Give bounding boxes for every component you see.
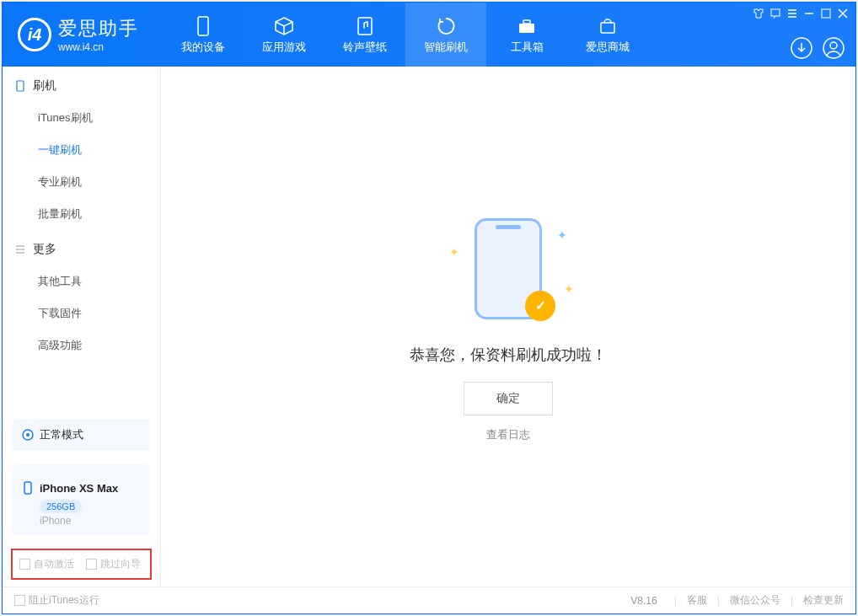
store-icon — [597, 15, 619, 37]
version-label: V8.16 — [630, 595, 657, 607]
body: 刷机 iTunes刷机 一键刷机 专业刷机 批量刷机 更多 其他工具 下载固件 … — [3, 67, 855, 587]
device-name: iPhone XS Max — [40, 482, 118, 495]
wechat-link[interactable]: 微信公众号 — [730, 593, 780, 608]
device-panel: iPhone XS Max 256GB iPhone — [13, 464, 150, 535]
sidebar: 刷机 iTunes刷机 一键刷机 专业刷机 批量刷机 更多 其他工具 下载固件 … — [3, 67, 161, 587]
svg-rect-13 — [24, 482, 31, 494]
support-link[interactable]: 客服 — [687, 593, 707, 608]
svg-rect-5 — [771, 9, 780, 16]
tab-toolbox[interactable]: 工具箱 — [486, 3, 567, 67]
toolbox-icon — [516, 15, 538, 37]
device-type: iPhone — [40, 515, 142, 527]
feedback-icon[interactable] — [770, 8, 781, 19]
close-icon[interactable] — [837, 8, 849, 19]
ok-button[interactable]: 确定 — [464, 382, 553, 415]
sidebar-item-advanced[interactable]: 高级功能 — [3, 329, 160, 362]
view-log-link[interactable]: 查看日志 — [486, 427, 530, 442]
device-icon — [192, 15, 214, 37]
phone-small-icon — [14, 80, 26, 92]
main-content: ✓ ✦ ✦ ✦ 恭喜您，保资料刷机成功啦！ 确定 查看日志 — [161, 67, 855, 587]
svg-point-9 — [830, 42, 837, 49]
sparkle-icon: ✦ — [564, 282, 574, 296]
device-row: iPhone XS Max — [21, 481, 142, 495]
svg-rect-4 — [601, 23, 614, 33]
tab-store[interactable]: 爱思商城 — [567, 3, 648, 67]
logo: i4 爱思助手 www.i4.cn — [3, 16, 154, 53]
device-icon-small — [21, 481, 35, 495]
sidebar-item-oneclick[interactable]: 一键刷机 — [3, 134, 160, 166]
tab-label: 爱思商城 — [586, 40, 630, 55]
check-badge-icon: ✓ — [525, 291, 555, 321]
sparkle-icon: ✦ — [449, 245, 459, 259]
tab-ringtone-wallpaper[interactable]: 铃声壁纸 — [324, 3, 405, 67]
mode-row: 正常模式 — [21, 427, 142, 442]
success-message: 恭喜您，保资料刷机成功啦！ — [410, 345, 607, 365]
list-icon — [14, 244, 26, 255]
mode-icon — [21, 428, 35, 442]
sidebar-item-itunes[interactable]: iTunes刷机 — [3, 102, 160, 134]
user-icon[interactable] — [822, 36, 845, 60]
tab-label: 智能刷机 — [424, 40, 468, 55]
storage-pill: 256GB — [40, 500, 82, 513]
tab-label: 工具箱 — [511, 40, 544, 55]
tab-label: 应用游戏 — [262, 40, 306, 55]
tab-smart-flash[interactable]: 智能刷机 — [405, 3, 486, 67]
logo-text: 爱思助手 www.i4.cn — [58, 16, 139, 53]
app-title: 爱思助手 — [58, 16, 139, 41]
sidebar-item-download-fw[interactable]: 下载固件 — [3, 297, 160, 329]
menu-icon[interactable] — [786, 8, 798, 19]
nav-tabs: 我的设备 应用游戏 铃声壁纸 智能刷机 工具箱 爱思商城 — [163, 3, 648, 67]
checkbox-block-itunes[interactable]: 阻止iTunes运行 — [14, 593, 99, 608]
download-icon[interactable] — [790, 36, 813, 60]
sidebar-item-pro[interactable]: 专业刷机 — [3, 166, 160, 198]
maximize-icon[interactable] — [820, 8, 832, 19]
svg-rect-2 — [519, 24, 534, 33]
header: i4 爱思助手 www.i4.cn 我的设备 应用游戏 铃声壁纸 智能刷机 — [3, 3, 855, 67]
flash-icon — [435, 15, 457, 37]
window-controls — [753, 8, 849, 19]
sidebar-item-batch[interactable]: 批量刷机 — [3, 198, 160, 230]
cube-icon — [273, 15, 295, 37]
music-icon — [354, 15, 376, 37]
tab-label: 铃声壁纸 — [343, 40, 387, 55]
status-bar: 阻止iTunes运行 V8.16 | 客服 | 微信公众号 | 检查更新 — [3, 587, 855, 613]
logo-icon: i4 — [18, 18, 51, 51]
sidebar-group-flash: 刷机 — [3, 67, 160, 102]
success-illustration: ✓ ✦ ✦ ✦ — [432, 212, 584, 329]
svg-rect-0 — [198, 17, 208, 35]
checkbox-auto-activate[interactable]: 自动激活 — [19, 557, 74, 571]
sidebar-group-more: 更多 — [3, 230, 160, 265]
tab-my-device[interactable]: 我的设备 — [163, 3, 244, 67]
app-url: www.i4.cn — [58, 41, 139, 53]
mode-label: 正常模式 — [40, 427, 83, 442]
svg-rect-6 — [822, 9, 830, 18]
header-actions — [790, 36, 845, 60]
checkbox-skip-guide[interactable]: 跳过向导 — [86, 557, 141, 571]
skin-icon[interactable] — [753, 8, 764, 19]
mode-panel: 正常模式 — [13, 419, 150, 451]
tab-label: 我的设备 — [181, 40, 225, 55]
update-link[interactable]: 检查更新 — [803, 593, 844, 608]
svg-rect-3 — [523, 20, 530, 24]
svg-rect-10 — [17, 81, 24, 91]
sparkle-icon: ✦ — [557, 228, 567, 242]
svg-point-12 — [26, 433, 29, 437]
sidebar-item-other-tools[interactable]: 其他工具 — [3, 265, 160, 297]
options-row: 自动激活 跳过向导 — [11, 549, 152, 580]
tab-apps-games[interactable]: 应用游戏 — [244, 3, 324, 67]
minimize-icon[interactable] — [803, 8, 815, 19]
svg-rect-1 — [358, 18, 372, 35]
app-window: i4 爱思助手 www.i4.cn 我的设备 应用游戏 铃声壁纸 智能刷机 — [2, 2, 856, 614]
